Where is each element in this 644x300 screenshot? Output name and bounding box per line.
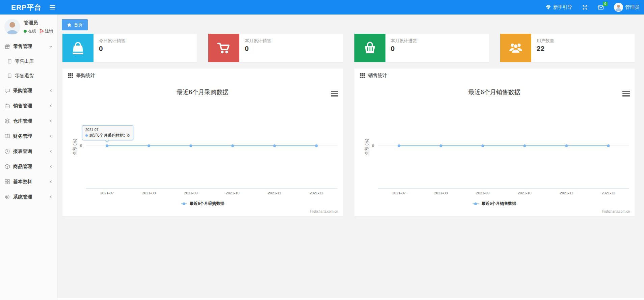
highcharts-credits-link[interactable]: Highcharts.com.cn: [310, 210, 338, 213]
legend-item[interactable]: 最近6个月销售数据: [354, 201, 635, 207]
chevron-left-icon: [49, 134, 53, 138]
gem-icon: [545, 4, 551, 10]
panel-header: 采购统计: [62, 69, 343, 83]
stat-card-value: 22: [537, 45, 554, 53]
sidebar-item-label: 仓库管理: [13, 118, 32, 124]
svg-text:2021-07: 2021-07: [100, 191, 114, 195]
stat-card-label: 本月累计进货: [391, 38, 417, 44]
svg-text:2021-12: 2021-12: [601, 191, 615, 195]
stat-card-label: 今日累计销售: [99, 38, 125, 44]
chart-panel-1: 销售统计02021-072021-082021-092021-102021-11…: [354, 69, 635, 216]
svg-text:2021-09: 2021-09: [184, 191, 197, 195]
sidebar-item-label: 零售管理: [13, 44, 32, 50]
chevron-left-icon: [49, 195, 53, 199]
tooltip-row: 最近6个月采购数据: 0: [85, 133, 130, 138]
sidebar-item-warehouse[interactable]: 仓库管理: [0, 113, 57, 129]
layers-icon: [4, 118, 10, 124]
sidebar-item-retail[interactable]: 零售管理: [0, 39, 57, 54]
legend-item[interactable]: 最近6个月采购数据: [62, 201, 343, 207]
chart-panel-0: 采购统计02021-072021-082021-092021-102021-11…: [62, 69, 343, 216]
panel-header: 销售统计: [354, 69, 635, 83]
guide-label: 新手引导: [553, 4, 572, 10]
chart-tooltip: 2021-07最近6个月采购数据: 0: [82, 125, 133, 140]
svg-text:0: 0: [80, 144, 82, 148]
sidebar-item-label: 报表查询: [13, 148, 32, 155]
charts-row: 采购统计02021-072021-082021-092021-102021-11…: [62, 69, 635, 216]
sidebar-subitem-label: 零售出库: [15, 58, 34, 64]
chevron-left-icon: [49, 149, 53, 153]
home-icon: [67, 23, 72, 27]
shopping-cart-icon: [208, 34, 239, 62]
messages-button[interactable]: 0: [598, 5, 604, 10]
fullscreen-button[interactable]: [582, 5, 588, 10]
sidebar-item-label: 基本资料: [13, 179, 32, 185]
online-dot-icon: [24, 30, 27, 33]
svg-text:2021-07: 2021-07: [392, 191, 405, 195]
sidebar-item-label: 系统管理: [13, 194, 32, 200]
chevron-left-icon: [49, 119, 53, 123]
tooltip-header: 2021-07: [85, 128, 130, 132]
sidebar-user-status: 在线 注销: [24, 28, 53, 34]
stat-card-value: 0: [99, 45, 125, 53]
stat-card-label: 本月累计销售: [245, 38, 271, 44]
sidebar-user-panel: 管理员 在线 注销: [0, 15, 57, 38]
stat-card-value: 0: [245, 45, 271, 53]
sidebar: 管理员 在线 注销 零售管理零售出库零售退货采购管理销售管理仓库管理财务管理报表…: [0, 15, 57, 300]
cube-icon: [4, 164, 10, 169]
y-axis-title: 金额 (元): [364, 139, 369, 155]
sidebar-item-goods[interactable]: 商品管理: [0, 159, 57, 174]
svg-text:2021-08: 2021-08: [142, 191, 156, 195]
line-chart: 02021-072021-082021-092021-102021-112021…: [62, 83, 343, 216]
sidebar-user-info: 管理员 在线 注销: [24, 20, 53, 34]
logout-label: 注销: [45, 28, 53, 34]
user-menu[interactable]: 管理员: [614, 3, 639, 12]
series-dot-icon: [85, 134, 88, 137]
clock-icon: [4, 148, 10, 154]
grid-icon: [360, 73, 365, 78]
message-count-badge: 0: [603, 2, 608, 6]
main-content: 首页 今日累计销售0本月累计销售0本月累计进货0用户数量22 采购统计02021…: [57, 15, 644, 300]
chart-context-menu-icon[interactable]: [622, 90, 630, 97]
svg-text:2021-11: 2021-11: [560, 191, 573, 195]
sidebar-subitem-retail-out[interactable]: 零售出库: [0, 54, 57, 69]
stat-card-2: 本月累计进货0: [354, 34, 489, 62]
highcharts-credits-link[interactable]: Highcharts.com.cn: [602, 210, 630, 213]
grid-icon: [4, 179, 10, 185]
stat-card-1: 本月累计销售0: [208, 34, 343, 62]
logout-button[interactable]: 注销: [39, 28, 53, 34]
tab-strip: 首页: [57, 15, 644, 30]
sidebar-item-purchase[interactable]: 采购管理: [0, 83, 57, 98]
sidebar-item-sales[interactable]: 销售管理: [0, 98, 57, 113]
sidebar-item-report[interactable]: 报表查询: [0, 144, 57, 159]
grid-icon: [68, 73, 73, 78]
shopping-bag-icon: [62, 34, 93, 62]
tab-home-label: 首页: [74, 22, 83, 28]
tab-home[interactable]: 首页: [62, 19, 88, 30]
stat-card-label: 用户数量: [537, 38, 554, 44]
sidebar-item-system[interactable]: 系统管理: [0, 189, 57, 204]
user-avatar: [614, 3, 623, 12]
sidebar-item-basic[interactable]: 基本资料: [0, 174, 57, 189]
sidebar-item-label: 财务管理: [13, 133, 32, 139]
svg-text:2021-10: 2021-10: [226, 191, 239, 195]
legend-label: 最近6个月采购数据: [190, 201, 224, 207]
y-axis-title: 金额 (元): [72, 139, 78, 155]
users-icon: [500, 34, 531, 62]
sidebar-subitem-retail-return[interactable]: 零售退货: [0, 69, 57, 83]
sidebar-menu: 零售管理零售出库零售退货采购管理销售管理仓库管理财务管理报表查询商品管理基本资料…: [0, 39, 57, 204]
user-name: 管理员: [625, 4, 639, 10]
stat-card-value: 0: [391, 45, 417, 53]
chart-context-menu-icon[interactable]: [330, 90, 339, 97]
sidebar-item-finance[interactable]: 财务管理: [0, 129, 57, 144]
stat-card-body: 今日累计销售0: [93, 34, 131, 62]
legend-marker-icon: [473, 202, 479, 206]
stat-cards-row: 今日累计销售0本月累计销售0本月累计进货0用户数量22: [62, 34, 635, 62]
sidebar-toggle-icon[interactable]: [50, 5, 55, 10]
footer-strip: [57, 298, 644, 300]
sidebar-avatar: [4, 19, 20, 35]
sidebar-user-name: 管理员: [24, 20, 53, 26]
legend-marker-icon: [181, 202, 187, 206]
svg-text:2021-12: 2021-12: [310, 191, 323, 195]
guide-button[interactable]: 新手引导: [545, 4, 572, 10]
chevron-left-icon: [49, 104, 53, 108]
